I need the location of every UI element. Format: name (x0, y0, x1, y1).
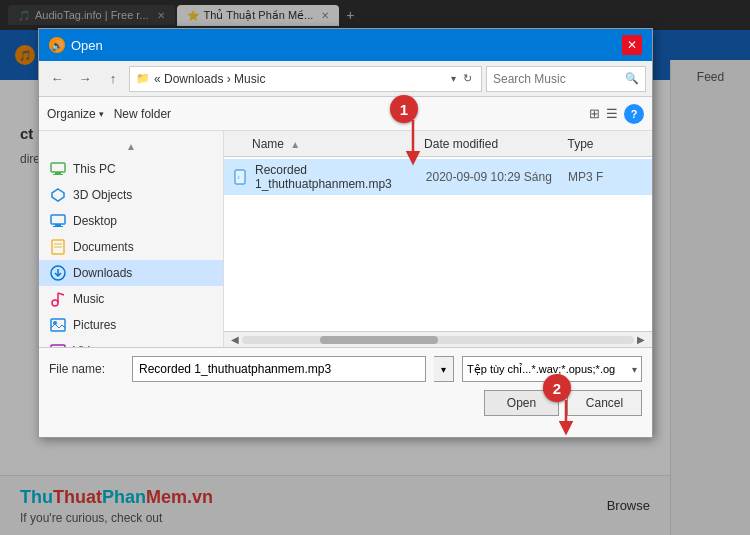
search-input[interactable] (493, 72, 621, 86)
filename-label: File name: (49, 362, 124, 376)
forward-button[interactable]: → (73, 67, 97, 91)
folder-icon: 📁 (136, 72, 150, 85)
documents-icon (49, 239, 67, 255)
filetype-dropdown-arrow: ▾ (632, 364, 637, 375)
nav-item-music-label: Music (73, 292, 104, 306)
svg-rect-0 (51, 163, 65, 172)
view-icon[interactable]: ⊞ (589, 106, 600, 121)
desktop-icon (49, 213, 67, 229)
3dobjects-icon (49, 187, 67, 203)
nav-item-documents[interactable]: Documents (39, 234, 223, 260)
back-button[interactable]: ← (45, 67, 69, 91)
svg-rect-15 (51, 319, 65, 331)
scroll-up-indicator: ▲ (39, 136, 223, 156)
dialog-main-content: ▲ This PC 3D Objects Desktop (39, 131, 652, 347)
organize-dropdown-icon: ▾ (99, 109, 104, 119)
svg-rect-2 (53, 174, 63, 175)
scrollbar-track[interactable] (242, 336, 634, 344)
file-list-body: ♪ Recorded 1_thuthuatphanmem.mp3 2020-09… (224, 157, 652, 331)
sort-arrow: ▲ (290, 139, 300, 150)
svg-rect-1 (55, 172, 61, 174)
downloads-icon (49, 265, 67, 281)
filename-input[interactable] (132, 356, 426, 382)
annotation-2: 2 (543, 374, 571, 402)
organize-button[interactable]: Organize ▾ (47, 107, 104, 121)
dialog-title-text: Open (71, 38, 103, 53)
nav-item-downloads-label: Downloads (73, 266, 132, 280)
svg-rect-5 (55, 224, 61, 226)
svg-rect-6 (53, 226, 63, 227)
this-pc-icon (49, 161, 67, 177)
nav-item-documents-label: Documents (73, 240, 134, 254)
svg-rect-17 (51, 345, 65, 347)
address-path-text: « Downloads › Music (154, 72, 447, 86)
nav-item-pictures[interactable]: Pictures (39, 312, 223, 338)
svg-marker-3 (52, 189, 64, 201)
dialog-close-button[interactable]: ✕ (622, 35, 642, 55)
nav-item-pictures-label: Pictures (73, 318, 116, 332)
scroll-right-arrow[interactable]: ▶ (634, 334, 648, 345)
view-details-icon[interactable]: ☰ (606, 106, 618, 121)
scroll-left-arrow[interactable]: ◀ (228, 334, 242, 345)
dialog-organize-toolbar: Organize ▾ New folder ⊞ ☰ ? (39, 97, 652, 131)
pictures-icon (49, 317, 67, 333)
file-list-header: Name ▲ Date modified Type (224, 131, 652, 157)
nav-item-3dobjects-label: 3D Objects (73, 188, 132, 202)
new-folder-button[interactable]: New folder (114, 107, 171, 121)
column-header-date[interactable]: Date modified (424, 137, 567, 151)
file-row-0[interactable]: ♪ Recorded 1_thuthuatphanmem.mp3 2020-09… (224, 159, 652, 195)
help-button[interactable]: ? (624, 104, 644, 124)
search-icon: 🔍 (625, 72, 639, 85)
scrollbar-thumb[interactable] (320, 336, 438, 344)
nav-item-thispc[interactable]: This PC (39, 156, 223, 182)
svg-text:♪: ♪ (237, 174, 240, 180)
arrow-1 (398, 120, 428, 170)
nav-sidebar: ▲ This PC 3D Objects Desktop (39, 131, 224, 347)
filetype-value: Tệp tùy chỉ...*.wav;*.opus;*.og (467, 363, 615, 376)
file-date-0: 2020-09-09 10:29 Sáng (426, 170, 568, 184)
dialog-address-toolbar: ← → ↑ 📁 « Downloads › Music ▾ ↻ 🔍 (39, 61, 652, 97)
dialog-titlebar: 🔊 Open ✕ (39, 29, 652, 61)
arrow-2 (551, 400, 581, 440)
audio-file-icon: ♪ (232, 168, 250, 186)
nav-item-desktop-label: Desktop (73, 214, 117, 228)
nav-item-3dobjects[interactable]: 3D Objects (39, 182, 223, 208)
nav-item-music[interactable]: Music (39, 286, 223, 312)
annotation-1: 1 (390, 95, 418, 123)
music-icon (49, 291, 67, 307)
dialog-title-icon: 🔊 (49, 37, 65, 53)
svg-point-12 (52, 300, 58, 306)
svg-line-14 (58, 293, 64, 295)
address-bar[interactable]: 📁 « Downloads › Music ▾ ↻ (129, 66, 482, 92)
file-list-scrollbar[interactable]: ◀ ▶ (224, 331, 652, 347)
nav-item-downloads[interactable]: Downloads (39, 260, 223, 286)
nav-item-thispc-label: This PC (73, 162, 116, 176)
nav-item-desktop[interactable]: Desktop (39, 208, 223, 234)
nav-item-videos[interactable]: Videos (39, 338, 223, 347)
nav-item-videos-label: Videos (73, 344, 109, 347)
filename-dropdown-arrow[interactable]: ▾ (434, 356, 454, 382)
svg-rect-4 (51, 215, 65, 224)
file-list-area: Name ▲ Date modified Type ♪ (224, 131, 652, 347)
search-box[interactable]: 🔍 (486, 66, 646, 92)
videos-icon (49, 343, 67, 347)
file-type-0: MP3 F (568, 170, 644, 184)
address-dropdown-arrow[interactable]: ▾ (451, 73, 456, 84)
refresh-button[interactable]: ↻ (460, 72, 475, 85)
column-header-type[interactable]: Type (568, 137, 644, 151)
up-button[interactable]: ↑ (101, 67, 125, 91)
